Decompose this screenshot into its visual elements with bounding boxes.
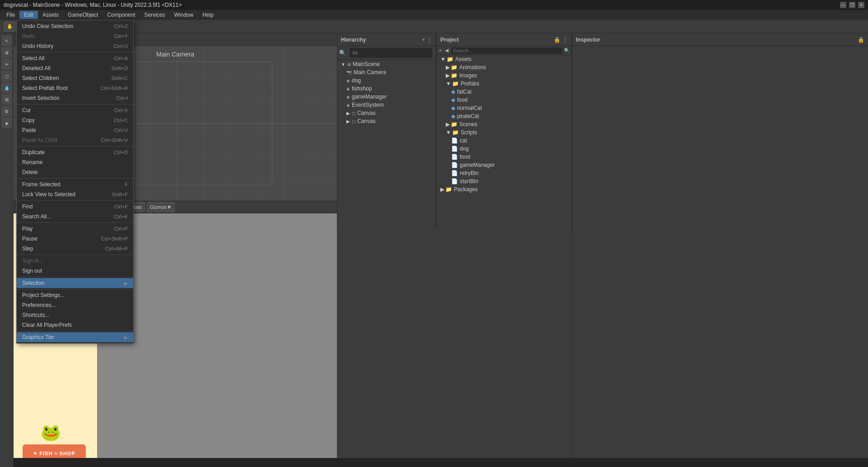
images-label: Images — [459, 72, 477, 79]
project-item-scenes[interactable]: ▶ 📁 Scenes — [437, 120, 571, 128]
menu-delete-label: Delete — [22, 169, 38, 175]
menu-find-label: Find — [22, 203, 33, 210]
hierarchy-search-input[interactable] — [350, 48, 432, 58]
dog-label: dog — [352, 77, 361, 84]
gizmos-arrow: ▼ — [167, 204, 172, 210]
project-nav-back[interactable]: ◀ — [445, 47, 448, 53]
hierarchy-item-canvas2[interactable]: ▶ ◻ Canvas — [337, 117, 436, 125]
project-item-food-script[interactable]: 📄 food — [437, 153, 571, 161]
menu-sign-out[interactable]: Sign out — [17, 266, 133, 276]
menu-pause[interactable]: Pause Ctrl+Shift+P — [17, 234, 133, 244]
menu-clear-playerprefs[interactable]: Clear All PlayerPrefs — [17, 320, 133, 330]
project-item-cat-script[interactable]: 📄 cat — [437, 137, 571, 145]
menu-selection-label: Selection — [22, 280, 44, 286]
project-item-packages[interactable]: ▶ 📁 Packages — [437, 185, 571, 193]
menu-services[interactable]: Services — [140, 11, 169, 19]
project-item-gamemanager-script[interactable]: 📄 gameManager — [437, 161, 571, 169]
menu-undo[interactable]: Undo Clear Selection Ctrl+Z — [17, 21, 133, 31]
menu-step[interactable]: Step Ctrl+Alt+P — [17, 244, 133, 254]
project-item-scripts[interactable]: ▼ 📁 Scripts — [437, 128, 571, 137]
menu-copy[interactable]: Copy Ctrl+C — [17, 115, 133, 125]
hierarchy-add-btn[interactable]: + — [422, 37, 425, 43]
menu-lock-view-shortcut: Shift+F — [112, 192, 128, 197]
menu-shortcuts-label: Shortcuts... — [22, 312, 50, 318]
hierarchy-item-canvas1[interactable]: ▶ ◻ Canvas — [337, 109, 436, 117]
menu-delete[interactable]: Delete — [17, 167, 133, 177]
close-button[interactable]: ✕ — [858, 2, 864, 8]
project-item-images[interactable]: ▶ 📁 Images — [437, 71, 571, 80]
menu-cut[interactable]: Cut Ctrl+X — [17, 105, 133, 115]
food-label: food — [457, 97, 467, 103]
maximize-button[interactable]: ❐ — [849, 2, 855, 8]
hierarchy-item-dog[interactable]: ◈ dog — [337, 76, 436, 85]
tool-select[interactable]: ↖ — [1, 35, 12, 46]
menu-lock-view[interactable]: Lock View to Selected Shift+F — [17, 189, 133, 199]
menu-selection[interactable]: Selection ▶ — [17, 278, 133, 288]
menu-select-children[interactable]: Select Children Shift+C — [17, 73, 133, 83]
hand-tool[interactable]: ✋ — [4, 22, 16, 32]
hierarchy-item-eventsystem[interactable]: ◈ EventSystem — [337, 101, 436, 109]
menu-shortcuts[interactable]: Shortcuts... — [17, 310, 133, 320]
hierarchy-item-maincamera[interactable]: 📷 Main Camera — [337, 68, 436, 76]
inspector-title: Inspector — [576, 37, 600, 43]
hierarchy-more-btn[interactable]: ⋮ — [427, 37, 432, 43]
menu-select-prefab-root[interactable]: Select Prefab Root Ctrl+Shift+R — [17, 83, 133, 93]
food-script-icon: 📄 — [451, 154, 458, 160]
hierarchy-item-mainscene[interactable]: ▼ ⊞ MainScene ⋮ — [337, 60, 436, 68]
project-item-fatcat[interactable]: ◈ fatCat — [437, 88, 571, 96]
tool-grid[interactable]: ⊞ — [1, 94, 12, 105]
project-item-startbtn-script[interactable]: 📄 startBtn — [437, 177, 571, 185]
tool-move[interactable]: ⊕ — [1, 47, 12, 58]
menu-project-settings[interactable]: Project Settings... — [17, 290, 133, 300]
window-controls[interactable]: — ❐ ✕ — [840, 2, 864, 8]
menu-assets[interactable]: Assets — [38, 11, 63, 19]
project-search-icon: 🔍 — [564, 48, 569, 53]
menu-deselect-all[interactable]: Deselect All Shift+D — [17, 63, 133, 73]
menu-rename[interactable]: Rename — [17, 157, 133, 167]
minimize-button[interactable]: — — [840, 2, 846, 8]
menu-file[interactable]: File — [2, 11, 19, 19]
tool-eyedrop[interactable]: 💧 — [1, 82, 12, 93]
menu-help[interactable]: Help — [198, 11, 218, 19]
project-lock-btn[interactable]: 🔒 — [554, 37, 560, 43]
menu-redo-label: Redo — [22, 33, 35, 39]
project-item-food[interactable]: ◈ food — [437, 96, 571, 104]
tool-extra2[interactable]: ◈ — [1, 118, 12, 128]
menu-frame-selected[interactable]: Frame Selected F — [17, 179, 133, 189]
project-add-btn[interactable]: + — [439, 47, 442, 54]
project-item-assets[interactable]: ▼ 📁 Assets — [437, 55, 571, 63]
menu-edit[interactable]: Edit — [19, 11, 38, 19]
tool-eraser[interactable]: ◻ — [1, 71, 12, 81]
project-item-prefabs[interactable]: ▼ 📁 Prefabs — [437, 80, 571, 88]
project-item-piratecat[interactable]: ◈ pirateCat — [437, 112, 571, 120]
menu-undo-history[interactable]: Undo History Ctrl+U — [17, 41, 133, 51]
menu-preferences[interactable]: Preferences... — [17, 300, 133, 310]
hierarchy-item-fishshop[interactable]: ◈ fishshop — [337, 85, 436, 93]
mainscene-label: MainScene — [353, 61, 380, 67]
menu-component[interactable]: Component — [103, 11, 140, 19]
menu-find[interactable]: Find Ctrl+F — [17, 202, 133, 212]
menu-select-all[interactable]: Select All Ctrl+A — [17, 53, 133, 63]
hierarchy-item-gamemanager[interactable]: ◈ gameManager — [337, 93, 436, 101]
menu-search-all[interactable]: Search All... Ctrl+K — [17, 212, 133, 222]
gizmos-btn[interactable]: Gizmos ▼ — [147, 202, 175, 212]
project-more-btn[interactable]: ⋮ — [562, 37, 568, 43]
fish-shop-text: ✦ FISH ≈ SHOP — [33, 451, 75, 457]
project-item-dog-script[interactable]: 📄 dog — [437, 145, 571, 153]
project-item-retrybtn-script[interactable]: 📄 retryBtn — [437, 169, 571, 177]
menu-paste[interactable]: Paste Ctrl+V — [17, 125, 133, 135]
menu-gameobject[interactable]: GameObject — [63, 11, 103, 19]
menu-play[interactable]: Play Ctrl+P — [17, 224, 133, 234]
menu-invert-selection[interactable]: Invert Selection Ctrl+I — [17, 93, 133, 103]
inspector-lock-btn[interactable]: 🔒 — [858, 37, 864, 43]
mainscene-more[interactable]: ⋮ — [428, 62, 432, 67]
menu-duplicate[interactable]: Duplicate Ctrl+D — [17, 147, 133, 157]
tool-brush[interactable]: ✏ — [1, 59, 12, 70]
menu-graphics-tier[interactable]: Graphics Tier ▶ — [17, 332, 133, 342]
project-search-input[interactable] — [451, 47, 562, 54]
menu-window[interactable]: Window — [169, 11, 198, 19]
project-item-animations[interactable]: ▶ 📁 Animations — [437, 63, 571, 71]
tool-extra1[interactable]: ⚙ — [1, 106, 12, 117]
canvas2-icon: ◻ — [352, 119, 355, 124]
project-item-normalcat[interactable]: ◈ normalCat — [437, 104, 571, 112]
